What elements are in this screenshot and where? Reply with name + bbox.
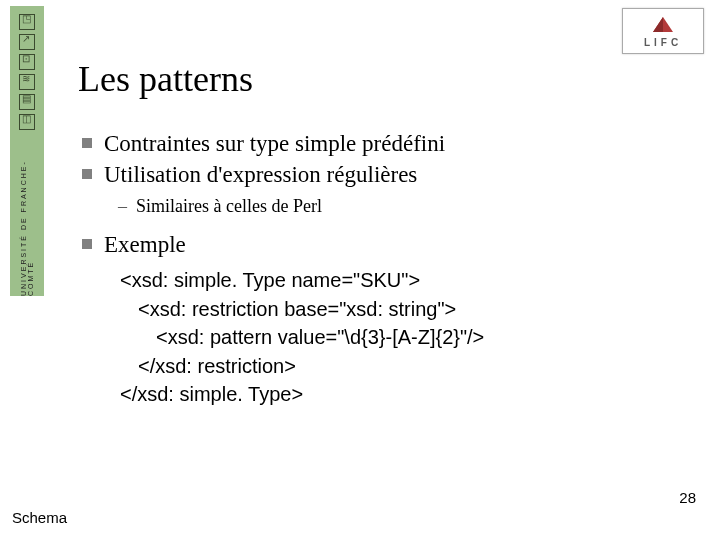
sidebar-ornament-icon bbox=[19, 14, 35, 30]
slide-body: Contraintes sur type simple prédéfini Ut… bbox=[78, 128, 678, 408]
footer-text: Schema bbox=[12, 509, 67, 526]
sidebar-ornament-icon bbox=[19, 34, 35, 50]
lifc-logo: LIFC bbox=[622, 8, 704, 54]
sub-bullet-item: Similaires à celles de Perl bbox=[136, 194, 678, 219]
sub-bullet-text: Similaires à celles de Perl bbox=[136, 196, 322, 216]
code-line: </xsd: restriction> bbox=[120, 352, 678, 380]
code-block: <xsd: simple. Type name="SKU"> <xsd: res… bbox=[120, 266, 678, 408]
logo-mark-icon bbox=[650, 15, 676, 35]
sidebar-ornament-icon bbox=[19, 94, 35, 110]
bullet-item: Utilisation d'expression régulières Simi… bbox=[104, 159, 678, 219]
sidebar-vertical-text: UNIVERSITÉ DE FRANCHE-COMTÉ bbox=[20, 140, 34, 296]
code-line: <xsd: restriction base="xsd: string"> bbox=[120, 295, 678, 323]
left-sidebar: UNIVERSITÉ DE FRANCHE-COMTÉ bbox=[10, 6, 44, 296]
page-number: 28 bbox=[679, 489, 696, 506]
code-line: </xsd: simple. Type> bbox=[120, 383, 303, 405]
bullet-item: Exemple bbox=[104, 229, 678, 260]
sidebar-ornament-icon bbox=[19, 74, 35, 90]
bullet-text: Exemple bbox=[104, 232, 186, 257]
bullet-item: Contraintes sur type simple prédéfini bbox=[104, 128, 678, 159]
code-line: <xsd: simple. Type name="SKU"> bbox=[120, 269, 420, 291]
bullet-text: Utilisation d'expression régulières bbox=[104, 162, 417, 187]
slide: UNIVERSITÉ DE FRANCHE-COMTÉ LIFC Les pat… bbox=[0, 0, 720, 540]
bullet-text: Contraintes sur type simple prédéfini bbox=[104, 131, 445, 156]
sidebar-ornament-icon bbox=[19, 114, 35, 130]
code-line: <xsd: pattern value="\d{3}-[A-Z]{2}"/> bbox=[120, 323, 678, 351]
slide-title: Les patterns bbox=[78, 58, 253, 100]
sidebar-ornament-icon bbox=[19, 54, 35, 70]
logo-text: LIFC bbox=[644, 37, 682, 48]
